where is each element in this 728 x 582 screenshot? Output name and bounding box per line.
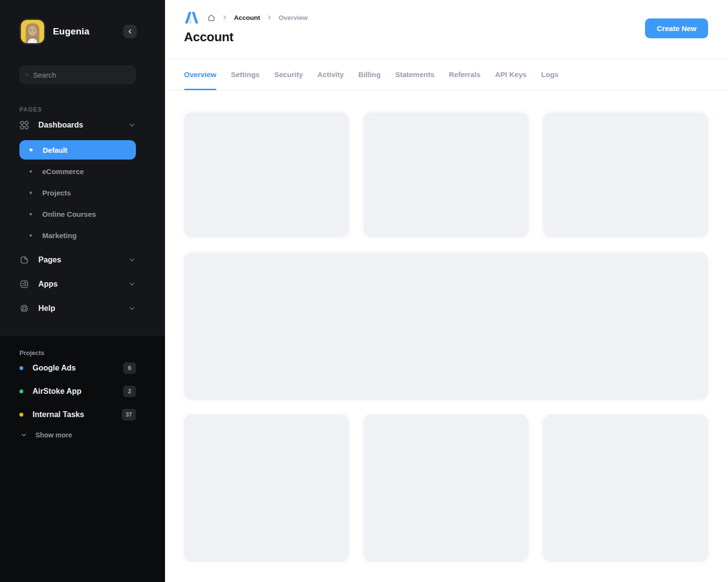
project-count-badge: 2 <box>123 386 136 397</box>
project-item-airstoke-app[interactable]: AirStoke App 2 <box>19 380 136 403</box>
search-box[interactable] <box>19 65 136 84</box>
placeholder-card <box>184 113 349 237</box>
sidebar-subitem-label: Marketing <box>42 231 77 240</box>
sidebar-subitem-ecommerce[interactable]: eCommerce <box>19 161 136 182</box>
tab-api-keys[interactable]: API Keys <box>495 59 527 90</box>
card-row-bottom <box>184 415 708 562</box>
chevron-down-icon <box>128 256 136 264</box>
grid-icon <box>19 120 29 130</box>
bullet-dot-icon <box>30 148 33 151</box>
placeholder-card <box>543 113 708 237</box>
user-row: Eugenia <box>19 18 136 45</box>
project-item-internal-tasks[interactable]: Internal Tasks 37 <box>19 403 136 426</box>
sidebar-subitem-label: Projects <box>42 189 71 197</box>
sidebar-item-dashboards[interactable]: Dashboards <box>19 113 136 137</box>
apps-icon <box>19 279 29 289</box>
sidebar-item-label: Help <box>38 304 55 313</box>
sidebar-subitem-marketing[interactable]: Marketing <box>19 225 136 246</box>
project-count-badge: 6 <box>123 362 136 374</box>
tab-logs[interactable]: Logs <box>541 59 559 90</box>
bullet-dot-icon <box>30 234 32 237</box>
sidebar-subitem-label: Default <box>43 146 67 154</box>
chevron-left-icon <box>126 28 134 35</box>
content-area <box>165 90 728 582</box>
avatar[interactable] <box>19 18 46 45</box>
project-dot-icon <box>19 366 23 370</box>
breadcrumb: Account Overview <box>184 11 708 24</box>
placeholder-card-wide <box>184 253 708 400</box>
sidebar-item-label: Pages <box>38 256 61 264</box>
tab-referrals[interactable]: Referrals <box>449 59 480 90</box>
project-item-google-ads[interactable]: Google Ads 6 <box>19 356 136 380</box>
create-new-button[interactable]: Create New <box>645 18 708 38</box>
tab-statements[interactable]: Statements <box>395 59 434 90</box>
project-label: Internal Tasks <box>33 410 84 419</box>
card-row-top <box>184 113 708 237</box>
help-icon <box>19 304 29 313</box>
show-more-button[interactable]: Show more <box>19 431 136 439</box>
placeholder-card <box>364 415 529 562</box>
project-dot-icon <box>19 413 23 417</box>
project-label: Google Ads <box>33 364 76 372</box>
sidebar-subitem-default[interactable]: Default <box>19 140 136 160</box>
breadcrumb-overview[interactable]: Overview <box>279 14 308 21</box>
sidebar-item-apps[interactable]: Apps <box>19 272 136 296</box>
sidebar-item-help[interactable]: Help <box>19 296 136 321</box>
page-header: Account Overview Account Create New <box>165 0 728 59</box>
sidebar-top-section: Eugenia PAGES Dashboards <box>0 0 165 335</box>
pages-section-label: PAGES <box>19 106 136 113</box>
tab-overview[interactable]: Overview <box>184 59 216 90</box>
bullet-dot-icon <box>30 170 32 173</box>
sidebar-projects-section: Projects Google Ads 6 AirStoke App 2 Int… <box>0 335 165 582</box>
page-title: Account <box>184 30 708 45</box>
project-label: AirStoke App <box>33 387 82 396</box>
sidebar-item-label: Apps <box>38 280 58 289</box>
chevron-right-icon <box>266 15 272 20</box>
tab-settings[interactable]: Settings <box>231 59 260 90</box>
breadcrumb-account[interactable]: Account <box>234 14 260 21</box>
chevron-down-icon <box>128 280 136 288</box>
search-input[interactable] <box>33 71 130 79</box>
bullet-dot-icon <box>30 192 32 194</box>
main-area: Account Overview Account Create New Over… <box>165 0 728 582</box>
placeholder-card <box>543 415 708 562</box>
placeholder-card <box>364 113 529 237</box>
tab-activity[interactable]: Activity <box>317 59 344 90</box>
chevron-down-icon <box>128 121 136 129</box>
breadcrumb-home[interactable] <box>207 14 215 22</box>
placeholder-card <box>184 415 349 562</box>
project-dot-icon <box>19 389 23 393</box>
search-icon <box>26 70 28 79</box>
bullet-dot-icon <box>30 213 32 215</box>
chevron-down-icon <box>20 432 27 438</box>
sidebar-subitem-online-courses[interactable]: Online Courses <box>19 203 136 225</box>
project-count-badge: 37 <box>122 409 136 420</box>
sidebar-item-label: Dashboards <box>38 121 83 129</box>
dashboards-sub-list: Default eCommerce Projects Online Course… <box>19 140 136 246</box>
projects-section-label: Projects <box>19 349 136 356</box>
home-icon <box>207 14 215 22</box>
chevron-down-icon <box>128 305 136 312</box>
sidebar-subitem-label: Online Courses <box>42 210 96 218</box>
app-logo-icon[interactable] <box>184 11 199 24</box>
tab-bar: Overview Settings Security Activity Bill… <box>165 59 728 90</box>
show-more-label: Show more <box>35 431 72 439</box>
sidebar: Eugenia PAGES Dashboards <box>0 0 165 582</box>
sidebar-subitem-label: eCommerce <box>42 167 84 176</box>
user-name: Eugenia <box>53 26 89 37</box>
sidebar-collapse-button[interactable] <box>123 25 137 38</box>
tab-security[interactable]: Security <box>274 59 303 90</box>
tab-billing[interactable]: Billing <box>358 59 381 90</box>
sidebar-item-pages[interactable]: Pages <box>19 248 136 272</box>
sidebar-subitem-projects[interactable]: Projects <box>19 182 136 203</box>
chevron-right-icon <box>222 15 228 20</box>
page-icon <box>19 255 29 265</box>
avatar-image <box>21 20 44 43</box>
